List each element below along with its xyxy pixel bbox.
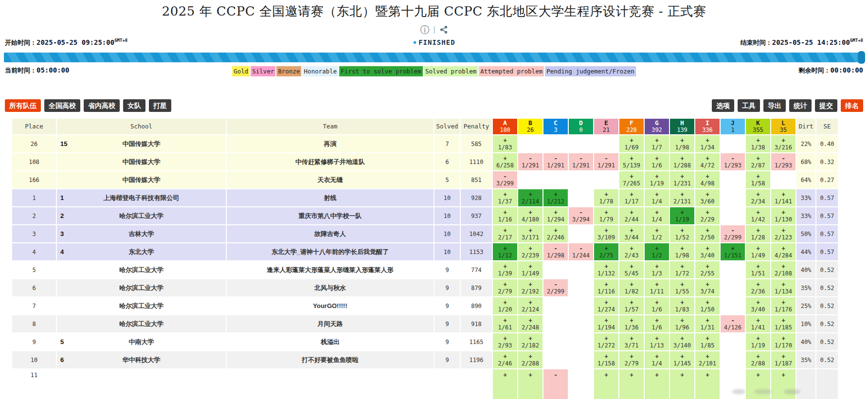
problem-solve-count: 392 (651, 127, 662, 133)
problem-header[interactable]: K355 (746, 119, 770, 134)
problem-result-cell: +2/29 (695, 207, 720, 224)
problem-header[interactable]: F228 (619, 119, 644, 134)
problem-result-cell: +1/151 (721, 243, 745, 260)
watermark (729, 386, 812, 399)
problem-result-cell (569, 225, 593, 242)
result-mark: + (528, 281, 532, 288)
action-button[interactable]: 工具 (738, 99, 760, 112)
problem-header[interactable]: B26 (518, 119, 542, 134)
progress-bar-handle[interactable] (858, 51, 865, 64)
place-cell: 5 (12, 261, 56, 278)
filter-button[interactable]: 省内高校 (84, 99, 120, 112)
action-button[interactable]: 统计 (789, 99, 812, 112)
problem-result-cell (518, 171, 542, 188)
problem-result-cell: -1/291 (543, 153, 568, 170)
problem-header[interactable]: A180 (493, 119, 517, 134)
result-mark: + (756, 191, 760, 198)
problem-solve-count: 21 (603, 127, 610, 133)
problem-letter: B (528, 120, 532, 127)
problem-result-cell (543, 351, 568, 368)
se-cell: 0.52 (816, 333, 838, 350)
result-tries-time: 1/291 (597, 162, 615, 169)
problem-header[interactable]: D0 (569, 119, 593, 134)
problem-result-cell (721, 333, 745, 350)
team-row[interactable]: 108中国传媒大学中传赶紧修梆子井地道队61110+6/258-1/291-1/… (12, 153, 868, 170)
solved-cell: 5 (434, 171, 460, 188)
problem-result-cell: +1/31 (695, 315, 720, 332)
team-row[interactable]: 8哈尔滨工业大学月间天路9918+1/61+2/248+1/194+1/36+1… (12, 315, 868, 332)
problem-result-cell: -1/291 (594, 153, 618, 170)
filter-button[interactable]: 打星 (149, 99, 171, 112)
filter-button[interactable]: 全国高校 (44, 99, 80, 112)
result-mark: + (503, 372, 506, 379)
problem-header[interactable]: E21 (594, 119, 618, 134)
result-mark: + (528, 335, 532, 342)
penalty-cell: 1110 (461, 153, 492, 170)
problem-result-cell: +1/98 (670, 135, 694, 152)
problem-header[interactable]: H139 (670, 119, 694, 134)
problem-result-cell: +1/78 (594, 189, 618, 206)
filter-button[interactable]: 女队 (123, 99, 145, 112)
result-mark: + (781, 137, 785, 144)
share-icon[interactable] (439, 25, 448, 34)
problem-letter: A (503, 120, 507, 127)
result-mark: + (655, 155, 658, 162)
problem-result-cell: +2/246 (543, 225, 568, 242)
school-cell: 哈尔滨工业大学2 (57, 207, 226, 224)
dirt-cell: 25% (796, 297, 815, 314)
team-cell: 射线 (227, 189, 434, 206)
team-row[interactable]: 6哈尔滨工业大学北风与秋水9879+2/79+2/192-2/299+1/116… (12, 279, 868, 296)
result-tries-time: 1/41 (751, 324, 765, 331)
problem-result-cell: +1/17 (619, 189, 644, 206)
result-mark: + (655, 372, 658, 379)
team-row[interactable]: 166中国传媒大学天衣无缝5851-3/299+7/265+1/19+1/231… (12, 171, 868, 188)
problem-result-cell (594, 171, 618, 188)
filter-button[interactable]: 所有队伍 (5, 99, 41, 112)
problem-result-cell: +5/45 (619, 261, 644, 278)
team-row[interactable]: 7哈尔滨工业大学YourGO!!!!!9890+1/20+2/124+1/274… (12, 297, 868, 314)
problem-header[interactable]: L35 (771, 119, 796, 134)
team-row[interactable]: 5哈尔滨工业大学逢来人彩蓬莱大形蓬菜人形缝莱入形蓬莱人形9774+1/39+1/… (12, 261, 868, 278)
problem-header[interactable]: I336 (695, 119, 720, 134)
team-row[interactable]: 2哈尔滨工业大学2重庆市第八中学校一队10937+1/16+4/180+1/29… (12, 207, 868, 224)
result-tries-time: 1/244 (572, 252, 590, 259)
current-time-label: 当前时间： (5, 67, 36, 74)
problem-result-cell (721, 135, 745, 152)
result-tries-time: 1/52 (675, 234, 689, 241)
team-row[interactable]: 1上海楷登电子科技有限公司1射线10928+1/37+2/114+1/212+1… (12, 189, 868, 206)
action-button[interactable]: 选项 (712, 99, 734, 112)
problem-letter: F (630, 120, 633, 127)
action-button[interactable]: 提交 (815, 99, 837, 112)
problem-header[interactable]: J1 (721, 119, 745, 134)
problem-result-cell (569, 351, 593, 368)
problem-header[interactable]: G392 (645, 119, 669, 134)
info-icon[interactable]: ⓘ (420, 25, 429, 35)
result-mark: + (655, 227, 658, 234)
action-button[interactable]: 导出 (763, 99, 786, 112)
action-button[interactable]: 排名 (841, 99, 863, 112)
team-row[interactable]: 9中南大学5栈溢出91165+2/93+2/182+1/272+3/71+1/1… (12, 333, 868, 350)
result-mark: + (655, 281, 658, 288)
problem-solve-count: 139 (677, 127, 687, 133)
team-row[interactable]: 4东北大学4东北大学_请神十八年前的学长后我觉醒了101153+1/12+2/2… (12, 243, 868, 260)
problem-header[interactable]: C3 (543, 119, 568, 134)
problem-letter: H (680, 120, 684, 127)
result-tries-time: 1/212 (547, 198, 564, 205)
current-time-value: 05:00:00 (36, 66, 69, 74)
problem-solve-count: 0 (579, 127, 582, 133)
team-row[interactable]: 3吉林大学3故障吉奇人101042+2/17+3/171+2/246+3/109… (12, 225, 868, 242)
result-mark: + (655, 191, 658, 198)
school-cell: 华中科技大学6 (57, 351, 226, 368)
result-mark: + (680, 335, 684, 342)
school-header: School (57, 119, 226, 134)
result-mark: + (731, 245, 734, 252)
result-tries-time: 1/187 (775, 360, 792, 367)
team-row[interactable]: 26中国传媒大学15再演7585+1/83+1/69+1/7+1/98+1/34… (12, 135, 868, 152)
problem-letter: I (705, 120, 709, 127)
contest-progress-bar[interactable] (4, 53, 864, 62)
problem-result-cell: -1/293 (721, 153, 745, 170)
result-tries-time: 1/4 (651, 216, 662, 223)
result-mark: + (528, 245, 532, 252)
team-row[interactable]: 10华中科技大学6打不好要被鱼鱼喷啦91196+2/46+2/288+1/158… (12, 351, 868, 368)
problem-result-cell: +2/44 (619, 207, 644, 224)
